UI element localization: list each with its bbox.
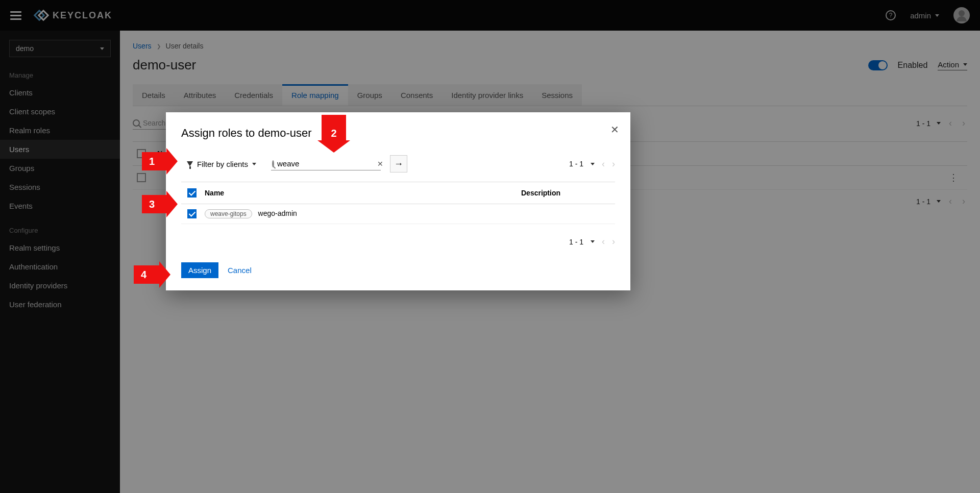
- modal-search-input[interactable]: [277, 159, 374, 168]
- modal-search-wrap: ✕: [271, 157, 381, 170]
- next-page-icon[interactable]: ›: [612, 159, 615, 169]
- filter-label: Filter by clients: [197, 160, 248, 168]
- client-tag: weave-gitops: [205, 209, 252, 218]
- modal-header-name: Name: [205, 189, 521, 197]
- modal-header-description: Description: [521, 189, 609, 197]
- modal-page-range-bottom: 1 - 1: [569, 238, 583, 246]
- prev-page-icon[interactable]: ‹: [602, 236, 605, 247]
- caret-down-icon: [252, 163, 256, 165]
- modal-title: Assign roles to demo-user: [181, 127, 615, 140]
- modal-row-checkbox[interactable]: [187, 209, 197, 218]
- close-icon[interactable]: ✕: [610, 124, 619, 136]
- filter-dropdown[interactable]: Filter by clients: [181, 156, 262, 172]
- modal-select-all-checkbox[interactable]: [187, 188, 197, 198]
- role-name: wego-admin: [258, 209, 297, 217]
- caret-down-icon[interactable]: [591, 240, 595, 243]
- prev-page-icon[interactable]: ‹: [602, 159, 605, 169]
- assign-button[interactable]: Assign: [181, 262, 218, 278]
- cancel-link[interactable]: Cancel: [228, 266, 252, 275]
- next-page-icon[interactable]: ›: [612, 236, 615, 247]
- caret-down-icon[interactable]: [591, 163, 595, 165]
- filter-icon: [187, 161, 193, 166]
- modal-page-range: 1 - 1: [569, 160, 583, 168]
- clear-icon[interactable]: ✕: [374, 160, 386, 168]
- modal-search-go[interactable]: →: [390, 155, 407, 172]
- search-icon: [272, 160, 274, 167]
- modal-role-row: weave-gitops wego-admin: [181, 204, 615, 224]
- assign-roles-modal: Assign roles to demo-user ✕ Filter by cl…: [166, 112, 630, 290]
